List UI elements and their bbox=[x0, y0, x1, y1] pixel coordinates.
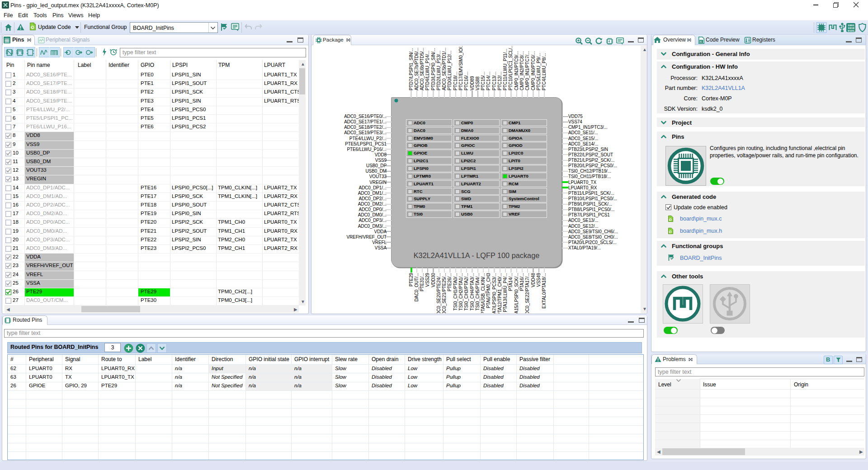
svg-text:0101: 0101 bbox=[848, 29, 854, 33]
svg-text:c: c bbox=[700, 40, 702, 43]
